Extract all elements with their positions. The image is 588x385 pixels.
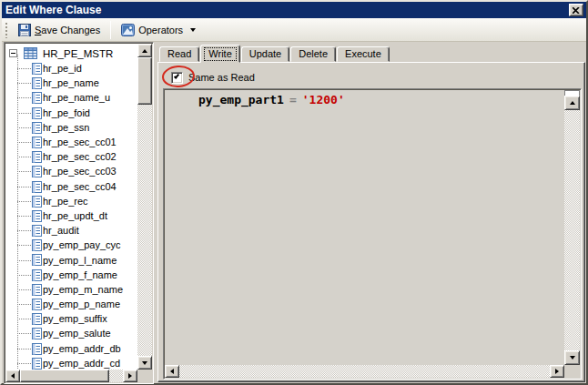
tree-item[interactable]: hr_pe_id xyxy=(5,61,137,76)
tree-view: HR_PE_MSTR hr_pe_id hr_pe_name hr_pe_nam… xyxy=(5,44,137,370)
scrollbar-track[interactable] xyxy=(137,105,152,356)
tree-item[interactable]: py_emp_addr_cd xyxy=(5,356,137,370)
save-changes-button[interactable]: Save Changes xyxy=(12,20,106,40)
tree-connector xyxy=(17,230,31,231)
scroll-up-button[interactable] xyxy=(564,96,580,110)
dialog-window: Edit Where Clause Save Changes xyxy=(0,0,588,385)
same-as-read-checkbox[interactable] xyxy=(171,72,183,84)
scroll-left-button[interactable] xyxy=(165,365,179,378)
tree-item[interactable]: py_emp_salute xyxy=(5,326,137,340)
scrollbar-track[interactable] xyxy=(109,370,123,382)
same-as-read-label[interactable]: Same as Read xyxy=(188,72,255,83)
tree-item[interactable]: py_emp_f_name xyxy=(5,268,137,282)
tree-connector xyxy=(17,349,31,350)
tab-execute[interactable]: Execute xyxy=(337,46,390,62)
code-field-name: py_emp_part1 xyxy=(198,93,284,106)
arrow-up-icon xyxy=(142,49,147,53)
tree-item[interactable]: hr_pe_sec_cc03 xyxy=(5,164,137,178)
operators-icon xyxy=(121,24,135,36)
arrow-down-icon xyxy=(142,361,147,365)
tab-write[interactable]: Write xyxy=(200,45,239,63)
editor-vertical-scrollbar[interactable] xyxy=(564,90,580,365)
tree-item[interactable]: hr_pe_updt_dt xyxy=(5,208,137,223)
scroll-down-button[interactable] xyxy=(564,350,580,365)
scrollbar-thumb[interactable] xyxy=(20,370,109,382)
tree-item[interactable]: py_emp_p_name xyxy=(5,297,137,311)
tree-connector xyxy=(17,319,31,319)
field-icon xyxy=(32,151,42,163)
tree-item[interactable]: hr_pe_foid xyxy=(5,106,137,120)
window-title: Edit Where Clause xyxy=(2,4,101,16)
scrollbar-track[interactable] xyxy=(564,110,580,350)
tree-item-label: py_emp_p_name xyxy=(43,299,120,309)
tree-item[interactable]: hr_pe_rec xyxy=(5,194,137,208)
tab-read[interactable]: Read xyxy=(159,46,199,62)
toolbar-gripper[interactable] xyxy=(5,22,8,38)
tab-strip: Read Write Update Delete Execute xyxy=(157,44,585,62)
tree-root[interactable]: HR_PE_MSTR xyxy=(5,46,137,61)
toolbar-separator xyxy=(110,21,111,39)
tree-item[interactable]: hr_pe_name_u xyxy=(5,90,137,105)
tree-item[interactable]: py_emp_pay_cyc xyxy=(5,238,137,252)
tree-item[interactable]: hr_pe_ssn xyxy=(5,120,137,135)
tree-item[interactable]: hr_pe_sec_cc01 xyxy=(5,135,137,149)
scroll-down-button[interactable] xyxy=(137,356,152,370)
field-icon xyxy=(32,343,42,355)
scroll-right-button[interactable] xyxy=(123,370,137,382)
tree-item[interactable]: hr_audit xyxy=(5,223,137,238)
tree-item[interactable]: py_emp_suffix xyxy=(5,311,137,326)
tree-connector xyxy=(17,216,31,217)
arrow-right-icon xyxy=(555,369,559,374)
save-icon xyxy=(18,24,31,36)
field-icon xyxy=(32,196,42,208)
tab-update[interactable]: Update xyxy=(241,46,289,62)
tree-item[interactable]: py_emp_addr_db xyxy=(5,341,137,356)
field-icon xyxy=(32,313,42,325)
tree-item-label: hr_pe_name_u xyxy=(43,92,110,103)
tree-vertical-scrollbar[interactable] xyxy=(137,44,152,370)
tab-label: Read xyxy=(167,48,191,59)
tree-item[interactable]: hr_pe_sec_cc04 xyxy=(5,179,137,194)
check-icon xyxy=(174,73,179,79)
close-icon xyxy=(573,7,580,14)
tree-item-label: py_emp_addr_db xyxy=(43,343,121,354)
scroll-right-button[interactable] xyxy=(550,365,564,378)
tree-connector xyxy=(17,260,31,261)
tree-connector xyxy=(17,289,31,290)
scrollbar-corner xyxy=(564,365,580,378)
tree-item-label: py_emp_f_name xyxy=(43,269,117,280)
tree-connector xyxy=(17,363,31,364)
tree-connector xyxy=(17,333,31,334)
tree-item-label: py_emp_l_name xyxy=(43,255,117,266)
tab-label: Delete xyxy=(299,48,328,59)
tree-connector xyxy=(17,187,31,187)
table-icon xyxy=(24,47,37,59)
tab-label: Update xyxy=(249,48,281,59)
tree-horizontal-scrollbar[interactable] xyxy=(5,370,137,382)
field-icon xyxy=(32,358,42,370)
tree-item-label: hr_pe_updt_dt xyxy=(43,210,107,221)
tree-item[interactable]: hr_pe_name xyxy=(5,76,137,90)
tree-item[interactable]: hr_pe_sec_cc02 xyxy=(5,149,137,164)
close-button[interactable] xyxy=(569,4,583,16)
scrollbar-thumb[interactable] xyxy=(137,57,152,105)
tab-delete[interactable]: Delete xyxy=(290,46,336,62)
titlebar[interactable]: Edit Where Clause xyxy=(2,2,586,18)
tree-item-label: hr_pe_ssn xyxy=(43,122,89,133)
tree-item[interactable]: py_emp_m_name xyxy=(5,282,137,297)
scroll-left-button[interactable] xyxy=(5,370,20,382)
tree-connector xyxy=(17,97,31,98)
scroll-up-button[interactable] xyxy=(137,44,152,57)
editor-horizontal-scrollbar[interactable] xyxy=(165,365,564,378)
collapse-toggle-icon[interactable] xyxy=(9,49,17,57)
tree-item-label: hr_audit xyxy=(43,225,79,236)
tree-connector xyxy=(17,201,31,202)
code-value: '1200' xyxy=(302,93,345,106)
operators-button[interactable]: Operators xyxy=(115,20,202,40)
scrollbar-track[interactable] xyxy=(179,365,550,378)
tree-item[interactable]: py_emp_l_name xyxy=(5,252,137,267)
where-clause-editor[interactable]: py_emp_part1='1200' xyxy=(163,88,582,380)
dropdown-arrow-icon xyxy=(190,28,196,32)
operators-label: Operators xyxy=(138,25,183,35)
field-icon xyxy=(32,122,42,134)
